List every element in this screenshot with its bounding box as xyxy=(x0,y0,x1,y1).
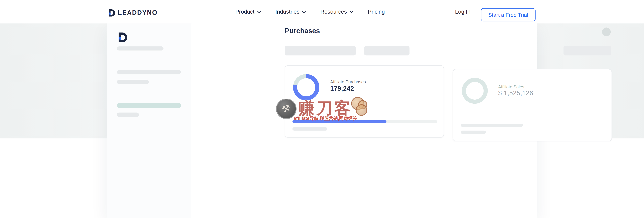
dashboard-mockup: Purchases Affiliate Purchases 179,242 xyxy=(107,24,537,218)
purchases-donut-chart xyxy=(292,73,320,102)
avatar xyxy=(602,28,611,36)
chevron-down-icon xyxy=(302,10,306,13)
sidebar-placeholder-bar xyxy=(117,80,149,84)
mockup-main: Purchases Affiliate Purchases 179,242 xyxy=(191,24,537,218)
start-free-trial-button[interactable]: Start a Free Trial xyxy=(481,8,536,21)
card-label: Affiliate Purchases xyxy=(330,79,366,84)
dashboard-title: Purchases xyxy=(284,27,320,36)
brand-logo-text: LEADDYNO xyxy=(118,9,158,16)
sidebar-placeholder-bar xyxy=(117,46,164,50)
filter-placeholder xyxy=(364,46,410,55)
leaddyno-sidebar-icon xyxy=(117,32,128,43)
nav-item-resources[interactable]: Resources xyxy=(320,8,353,15)
sidebar-placeholder-bar xyxy=(117,70,181,74)
nav-item-pricing[interactable]: Pricing xyxy=(368,8,385,15)
nav-item-label: Resources xyxy=(320,8,347,15)
filter-placeholder xyxy=(564,46,611,55)
sidebar-placeholder-bar-active xyxy=(117,103,181,108)
card-placeholder-bar xyxy=(461,124,523,127)
primary-nav: Product Industries Resources Pricing xyxy=(235,0,385,24)
nav-item-product[interactable]: Product xyxy=(235,8,261,15)
nav-item-label: Product xyxy=(235,8,254,15)
purchases-progress-fill xyxy=(292,120,387,123)
nav-item-industries[interactable]: Industries xyxy=(276,8,306,15)
donut-track xyxy=(464,80,486,102)
card-value: $ 1,525,126 xyxy=(498,90,533,97)
filter-placeholder xyxy=(284,46,356,55)
card-placeholder-bar xyxy=(292,127,327,131)
login-link[interactable]: Log In xyxy=(455,0,470,24)
chevron-down-icon xyxy=(349,10,353,13)
chevron-down-icon xyxy=(257,10,261,13)
top-nav: LEADDYNO Product Industries Resources Pr… xyxy=(0,0,644,24)
sidebar-placeholder-bar xyxy=(117,112,139,117)
card-label: Affiliate Sales xyxy=(498,84,524,89)
nav-item-label: Industries xyxy=(276,8,299,15)
card-placeholder-bar xyxy=(461,131,486,134)
purchases-progress-bar xyxy=(292,120,438,123)
leaddyno-logo-icon xyxy=(108,9,116,17)
page: LEADDYNO Product Industries Resources Pr… xyxy=(0,0,644,218)
affiliate-sales-card: Affiliate Sales $ 1,525,126 xyxy=(453,69,612,141)
affiliate-purchases-card: Affiliate Purchases 179,242 xyxy=(284,65,444,138)
card-value: 179,242 xyxy=(330,85,354,92)
brand-logo[interactable]: LEADDYNO xyxy=(108,8,158,17)
mockup-sidebar xyxy=(107,24,191,218)
sales-donut-chart xyxy=(461,77,489,105)
nav-item-label: Pricing xyxy=(368,8,385,15)
